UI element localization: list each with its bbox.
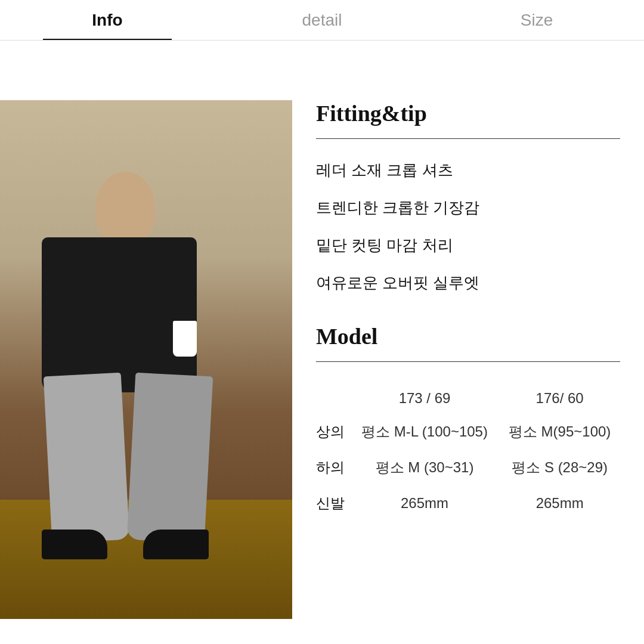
col-header-1: 173 / 69 — [350, 383, 500, 414]
fitting-divider — [316, 138, 620, 139]
tip-2: 트렌디한 크롭한 기장감 — [316, 197, 620, 218]
info-section: Fitting&tip 레더 소재 크롭 셔츠 트렌디한 크롭한 기장감 밑단 … — [292, 100, 644, 644]
tab-navigation: Info detail Size — [0, 0, 644, 41]
person-shoe-left — [42, 530, 107, 559]
table-row-bottom: 하의 평소 M (30~31) 평소 S (28~29) — [316, 450, 620, 485]
row-col1-shoes: 265mm — [350, 485, 500, 521]
model-table-header: 173 / 69 176/ 60 — [316, 383, 620, 414]
row-col2-top: 평소 M(95~100) — [499, 414, 620, 450]
row-col1-top: 평소 M-L (100~105) — [350, 414, 500, 450]
person-figure — [30, 172, 221, 559]
tab-info-label: Info — [92, 11, 122, 30]
image-section — [0, 100, 292, 644]
model-title: Model — [316, 323, 620, 349]
row-col1-bottom: 평소 M (30~31) — [350, 450, 500, 485]
row-label-top: 상의 — [316, 414, 350, 450]
main-content: Fitting&tip 레더 소재 크롭 셔츠 트렌디한 크롭한 기장감 밑단 … — [0, 41, 644, 644]
tab-detail-label: detail — [302, 11, 342, 30]
person-shoe-right — [143, 530, 209, 559]
person-pants-left — [44, 373, 129, 543]
table-row-shoes: 신발 265mm 265mm — [316, 485, 620, 521]
row-label-shoes: 신발 — [316, 485, 350, 521]
product-photo — [0, 100, 292, 619]
col-header-label — [316, 383, 350, 414]
tip-1: 레더 소재 크롭 셔츠 — [316, 160, 620, 181]
tab-size[interactable]: Size — [429, 0, 644, 40]
fitting-title: Fitting&tip — [316, 100, 620, 126]
model-table: 173 / 69 176/ 60 상의 평소 M-L (100~105) 평소 … — [316, 383, 620, 521]
person-head — [95, 172, 155, 243]
tab-info[interactable]: Info — [0, 0, 215, 40]
row-col2-shoes: 265mm — [499, 485, 620, 521]
row-col2-bottom: 평소 S (28~29) — [499, 450, 620, 485]
tip-4: 여유로운 오버핏 실루엣 — [316, 273, 620, 293]
coffee-cup — [173, 321, 197, 357]
person-pants-right — [127, 373, 213, 543]
table-row-top: 상의 평소 M-L (100~105) 평소 M(95~100) — [316, 414, 620, 450]
tab-detail[interactable]: detail — [215, 0, 429, 40]
row-label-bottom: 하의 — [316, 450, 350, 485]
model-divider — [316, 361, 620, 362]
col-header-2: 176/ 60 — [499, 383, 620, 414]
fitting-section: Fitting&tip 레더 소재 크롭 셔츠 트렌디한 크롭한 기장감 밑단 … — [316, 100, 620, 293]
tip-3: 밑단 컷팅 마감 처리 — [316, 235, 620, 256]
model-section: Model 173 / 69 176/ 60 상의 평소 M-L (100~10… — [316, 323, 620, 521]
person-torso — [42, 237, 197, 392]
tab-size-label: Size — [521, 11, 553, 30]
